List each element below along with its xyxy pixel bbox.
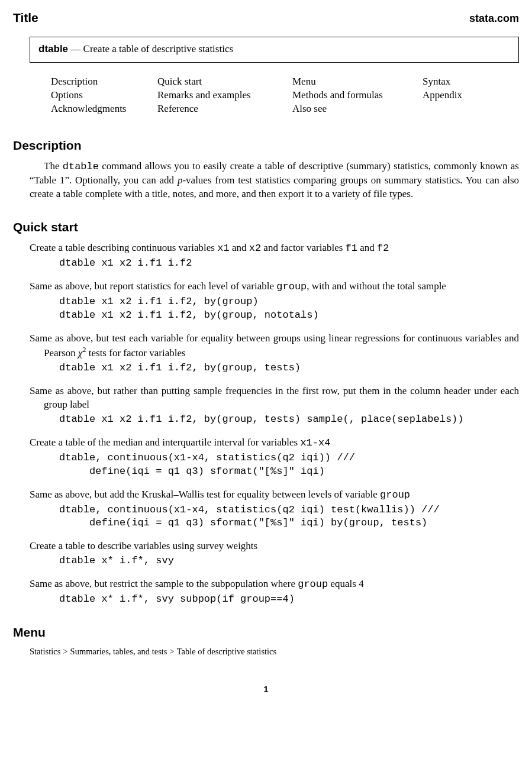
table-of-contents: Description Quick start Menu Syntax Opti…: [51, 76, 519, 115]
code-block: dtable x* i.f*, svy subpop(if group==4): [59, 593, 519, 606]
qs-example: Same as above, but add the Kruskal–Walli…: [30, 488, 519, 531]
site-link[interactable]: stata.com: [469, 12, 519, 25]
toc-link[interactable]: Appendix: [423, 89, 505, 101]
toc-link[interactable]: Quick start: [157, 76, 292, 88]
menu-section: Menu Statistics>Summaries, tables, and t…: [13, 625, 519, 657]
command-name: dtable: [38, 43, 68, 54]
section-heading: Menu: [13, 625, 519, 640]
title-box: dtable — Create a table of descriptive s…: [30, 37, 519, 63]
page-number: 1: [13, 684, 519, 694]
section-heading: Quick start: [13, 220, 519, 234]
toc-link[interactable]: Syntax: [423, 76, 505, 88]
quick-start-section: Quick start Create a table describing co…: [13, 220, 519, 606]
code-block: dtable x1 x2 i.f1 i.f2: [59, 257, 519, 270]
qs-example: Create a table of the median and interqu…: [30, 436, 519, 479]
code-block: dtable x1 x2 i.f1 i.f2, by(group, tests): [59, 361, 519, 375]
page-title: Title: [13, 11, 38, 25]
qs-example: Same as above, but report statistics for…: [30, 280, 519, 322]
header: Title stata.com: [13, 11, 519, 32]
qs-example: Same as above, but restrict the sample t…: [30, 577, 519, 606]
toc-link[interactable]: Also see: [292, 103, 423, 115]
toc-link[interactable]: Menu: [292, 76, 423, 88]
command-desc: Create a table of descriptive statistics: [83, 43, 234, 54]
toc-link[interactable]: Options: [51, 89, 157, 101]
qs-example: Create a table describing continuous var…: [30, 241, 519, 270]
qs-example: Same as above, but test each variable fo…: [30, 332, 519, 375]
toc-link[interactable]: Description: [51, 76, 157, 88]
dash: —: [68, 43, 83, 54]
qs-example: Same as above, but rather than putting s…: [30, 385, 519, 427]
description-paragraph: The dtable command allows you to easily …: [30, 160, 519, 201]
code-block: dtable x1 x2 i.f1 i.f2, by(group) dtable…: [59, 295, 519, 322]
section-heading: Description: [13, 138, 519, 153]
code-block: dtable, continuous(x1-x4, statistics(q2 …: [59, 503, 519, 531]
menu-breadcrumb: Statistics>Summaries, tables, and tests>…: [30, 647, 519, 657]
code-block: dtable x1 x2 i.f1 i.f2, by(group, tests)…: [59, 413, 519, 427]
toc-link[interactable]: Reference: [157, 103, 292, 115]
chevron-right-icon: >: [169, 647, 174, 656]
code-block: dtable x* i.f*, svy: [59, 554, 519, 568]
toc-link[interactable]: Acknowledgments: [51, 103, 157, 115]
chevron-right-icon: >: [63, 647, 67, 656]
code-block: dtable, continuous(x1-x4, statistics(q2 …: [59, 451, 519, 479]
toc-link[interactable]: Remarks and examples: [157, 89, 292, 101]
toc-link: [423, 103, 505, 115]
description-section: Description The dtable command allows yo…: [13, 138, 519, 201]
qs-example: Create a table to describe variables usi…: [30, 540, 519, 568]
toc-link[interactable]: Methods and formulas: [292, 89, 423, 101]
